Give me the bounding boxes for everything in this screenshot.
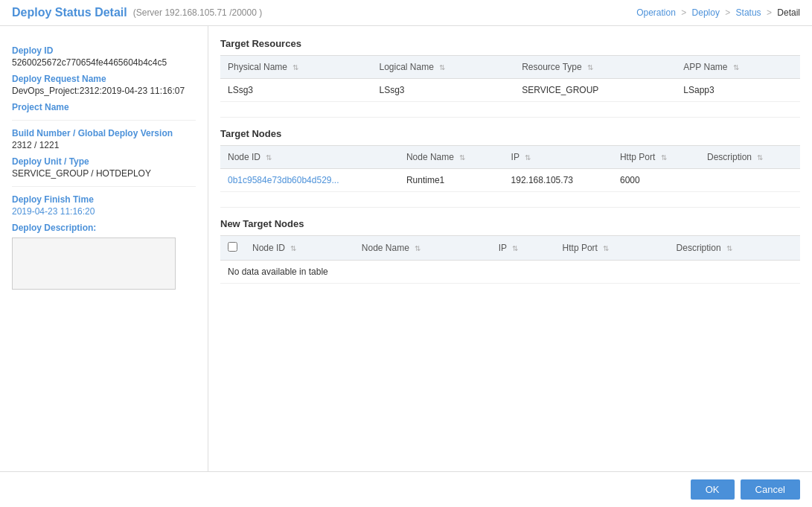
breadcrumb-sep1: > [681, 7, 688, 18]
sort-icon-resource: ⇅ [587, 63, 593, 71]
sort-icon-app: ⇅ [733, 63, 739, 71]
sort-icon-physical: ⇅ [292, 63, 298, 71]
breadcrumb-deploy[interactable]: Deploy [692, 7, 720, 18]
sort-icon-new-port: ⇅ [603, 244, 609, 252]
target-resources-header-row: Physical Name ⇅ Logical Name ⇅ Resource … [220, 56, 800, 79]
deploy-request-name-label: Deploy Request Name [12, 74, 196, 84]
table-row: 0b1c9584e73db60b4d529... Runtime1 192.16… [220, 169, 800, 192]
target-resources-table: Physical Name ⇅ Logical Name ⇅ Resource … [220, 55, 800, 102]
cell-node-name: Runtime1 [399, 169, 504, 192]
new-target-nodes-table: Node ID ⇅ Node Name ⇅ IP ⇅ Http Port ⇅ D… [220, 235, 800, 284]
deploy-description-box[interactable] [12, 237, 176, 290]
build-number-label: Build Number / Global Deploy Version [12, 128, 196, 138]
cell-logical-name: LSsg3 [371, 79, 514, 102]
table-row: LSsg3 LSsg3 SERVICE_GROUP LSapp3 [220, 79, 800, 102]
deploy-desc-label: Deploy Description: [12, 223, 196, 233]
cancel-button[interactable]: Cancel [741, 479, 800, 500]
col-new-description[interactable]: Description ⇅ [669, 236, 800, 261]
col-http-port[interactable]: Http Port ⇅ [613, 146, 700, 169]
ok-button[interactable]: OK [691, 479, 735, 500]
deploy-id-value: 5260025672c770654fe4465604b4c4c5 [12, 57, 196, 68]
no-data-row: No data available in table [220, 261, 800, 284]
col-logical-name[interactable]: Logical Name ⇅ [371, 56, 514, 79]
new-target-nodes-header-row: Node ID ⇅ Node Name ⇅ IP ⇅ Http Port ⇅ D… [220, 236, 800, 261]
deploy-request-name-value: DevOps_Project:2312:2019-04-23 11:16:07 [12, 86, 196, 96]
col-app-name[interactable]: APP Name ⇅ [676, 56, 800, 79]
left-panel: Deploy ID 5260025672c770654fe4465604b4c4… [0, 26, 208, 503]
target-resources-title: Target Resources [220, 38, 800, 49]
cell-ip: 192.168.105.73 [504, 169, 613, 192]
divider-1 [12, 120, 196, 121]
col-node-name[interactable]: Node Name ⇅ [399, 146, 504, 169]
page-title: Deploy Status Detail [12, 6, 127, 19]
col-new-ip[interactable]: IP ⇅ [491, 236, 555, 261]
cell-http-port: 6000 [613, 169, 700, 192]
cell-description [700, 169, 800, 192]
col-new-node-name[interactable]: Node Name ⇅ [354, 236, 491, 261]
breadcrumb-detail: Detail [777, 7, 800, 18]
divider-2 [12, 186, 196, 187]
target-nodes-header-row: Node ID ⇅ Node Name ⇅ IP ⇅ Http Port ⇅ D… [220, 146, 800, 169]
new-target-nodes-title: New Target Nodes [220, 218, 800, 229]
col-physical-name[interactable]: Physical Name ⇅ [220, 56, 371, 79]
col-new-node-id[interactable]: Node ID ⇅ [245, 236, 354, 261]
col-ip[interactable]: IP ⇅ [504, 146, 613, 169]
select-all-checkbox[interactable] [228, 242, 237, 252]
sort-icon-new-ip: ⇅ [512, 244, 518, 252]
breadcrumb-operation[interactable]: Operation [636, 7, 676, 18]
cell-node-id[interactable]: 0b1c9584e73db60b4d529... [220, 169, 399, 192]
main-layout: Deploy ID 5260025672c770654fe4465604b4c4… [0, 26, 812, 503]
col-node-id[interactable]: Node ID ⇅ [220, 146, 399, 169]
sort-icon-node-id: ⇅ [266, 153, 272, 162]
section-divider-1 [220, 117, 800, 118]
no-data-message: No data available in table [220, 261, 800, 284]
sort-icon-ip: ⇅ [525, 153, 531, 162]
sort-icon-logical: ⇅ [439, 63, 445, 71]
right-panel: Target Resources Physical Name ⇅ Logical… [208, 26, 812, 503]
section-divider-2 [220, 207, 800, 208]
footer: OK Cancel [0, 471, 812, 507]
deploy-unit-label: Deploy Unit / Type [12, 156, 196, 167]
sort-icon-new-node-id: ⇅ [290, 244, 296, 252]
target-nodes-title: Target Nodes [220, 128, 800, 139]
breadcrumb-status[interactable]: Status [736, 7, 761, 18]
cell-physical-name: LSsg3 [220, 79, 371, 102]
project-name-label: Project Name [12, 102, 196, 112]
build-number-value: 2312 / 1221 [12, 140, 196, 150]
sort-icon-new-node-name: ⇅ [415, 244, 421, 252]
sort-icon-desc: ⇅ [757, 153, 763, 162]
sort-icon-new-desc: ⇅ [726, 244, 732, 252]
col-resource-type[interactable]: Resource Type ⇅ [514, 56, 676, 79]
deploy-unit-value: SERVICE_GROUP / HOTDEPLOY [12, 168, 196, 179]
deploy-id-label: Deploy ID [12, 45, 196, 56]
server-info: (Server 192.168.105.71 /20000 ) [133, 7, 262, 18]
breadcrumb-sep3: > [767, 7, 774, 18]
cell-app-name: LSapp3 [676, 79, 800, 102]
col-description[interactable]: Description ⇅ [700, 146, 800, 169]
target-nodes-table: Node ID ⇅ Node Name ⇅ IP ⇅ Http Port ⇅ D… [220, 145, 800, 192]
cell-resource-type: SERVICE_GROUP [514, 79, 676, 102]
col-checkbox [220, 236, 245, 261]
deploy-finish-value: 2019-04-23 11:16:20 [12, 206, 196, 217]
breadcrumb: Operation > Deploy > Status > Detail [636, 7, 800, 18]
sort-icon-port: ⇅ [661, 153, 667, 162]
deploy-finish-label: Deploy Finish Time [12, 194, 196, 205]
sort-icon-node-name: ⇅ [459, 153, 465, 162]
breadcrumb-sep2: > [725, 7, 732, 18]
header: Deploy Status Detail (Server 192.168.105… [0, 0, 812, 26]
col-new-http-port[interactable]: Http Port ⇅ [555, 236, 669, 261]
